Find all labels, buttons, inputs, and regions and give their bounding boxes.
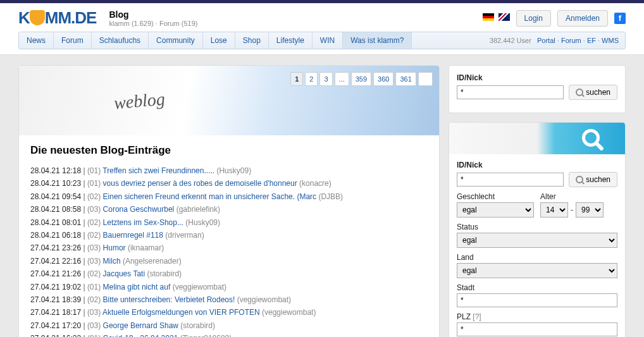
nav-item-community[interactable]: Community (149, 32, 203, 49)
entry-title-link[interactable]: Bauernregel #118 (103, 231, 163, 240)
user-count: 382.442 User (490, 37, 531, 44)
entry-count: (03) (87, 321, 101, 330)
entry-author: (veggiewombat) (237, 295, 291, 304)
entry-count: (03) (87, 243, 101, 252)
entry-author: (veggiewombat) (173, 283, 226, 291)
nav-link-forum[interactable]: Forum (561, 37, 581, 44)
entry-count: (01) (87, 166, 101, 175)
entry-timestamp: 27.04.21 18:39 (30, 295, 81, 304)
page-1[interactable]: 1 (290, 72, 303, 86)
entry-author: (veggiewombat) (262, 308, 316, 317)
idnick-input[interactable] (457, 85, 564, 99)
entry-author: (iknaamar) (128, 243, 164, 252)
entry-timestamp: 27.04.21 22:16 (30, 257, 81, 266)
entry-title-link[interactable]: Jacques Tati (103, 269, 146, 278)
entry-title-link[interactable]: Humor (103, 243, 126, 252)
city-input[interactable] (457, 293, 617, 307)
search-button[interactable]: suchen (569, 85, 617, 100)
site-logo[interactable]: KMM.DE (18, 8, 96, 28)
blog-entry: 27.04.21 17:20 | (03) George Bernard Sha… (30, 319, 428, 332)
blog-entry: 28.04.21 08:01 | (02) Letztens im Sex-Sh… (30, 216, 428, 229)
entry-count: (01) (87, 334, 101, 337)
entry-count: (01) (87, 179, 101, 188)
entry-timestamp: 28.04.21 06:18 (30, 231, 81, 240)
gender-select[interactable]: egal (457, 202, 534, 218)
page-title: Blog (109, 9, 197, 20)
quick-search-box: ID/Nick suchen (449, 65, 626, 113)
plz-input[interactable] (457, 322, 617, 336)
page-...: ... (335, 72, 349, 86)
blog-entry: 28.04.21 12:18 | (01) Treffen sich zwei … (30, 164, 428, 177)
blog-entry: 27.04.21 21:26 | (02) Jacques Tati (stor… (30, 267, 428, 280)
page-next[interactable] (418, 72, 433, 86)
entry-timestamp: 28.04.21 12:18 (30, 166, 81, 175)
flag-en-icon[interactable] (498, 13, 510, 21)
entry-title-link[interactable]: Bitte unterschreiben: Verbietet Rodeos! (103, 295, 235, 304)
search2-button[interactable]: suchen (569, 172, 617, 187)
nav-item-forum[interactable]: Forum (54, 32, 92, 49)
blog-entry: 27.04.21 23:26 | (03) Humor (iknaamar) (30, 242, 428, 254)
nav-link-ef[interactable]: EF (587, 37, 596, 44)
blog-banner: weblog 123...359360361 (19, 66, 439, 135)
nav-link-portal[interactable]: Portal (537, 37, 555, 44)
blog-entry: 27.04.21 18:39 | (02) Bitte unterschreib… (30, 293, 428, 306)
nav-item-news[interactable]: News (19, 32, 54, 49)
login-button[interactable]: Login (516, 10, 551, 27)
page-359[interactable]: 359 (351, 72, 371, 86)
entry-title-link[interactable]: Treffen sich zwei Freundinnen..... (102, 166, 214, 175)
entry-author: (konacre) (299, 179, 331, 188)
entry-title-link[interactable]: Aktuelle Erfolgsmeldungen von VIER PFOTE… (102, 308, 260, 317)
subsite-link[interactable]: klamm (109, 20, 129, 27)
age-from-select[interactable]: 14 (540, 202, 568, 218)
plz-label: PLZ (457, 312, 471, 321)
entry-title-link[interactable]: Covid-19 - 26.04.2021 (103, 334, 178, 337)
entry-author: (driverman) (165, 231, 204, 240)
nav-item-lose[interactable]: Lose (203, 32, 235, 49)
search-icon (582, 129, 600, 147)
entry-title-link[interactable]: vous devriez penser à des robes de demoi… (103, 179, 297, 188)
gender-label: Geschlecht (457, 192, 534, 201)
entry-count: (03) (87, 205, 101, 214)
age-to-select[interactable]: 99 (576, 202, 604, 218)
entry-title-link[interactable]: Milch (103, 257, 121, 266)
nav-item-schlaufuchs[interactable]: Schlaufuchs (92, 32, 149, 49)
status-label: Status (457, 223, 617, 231)
page-360[interactable]: 360 (373, 72, 393, 86)
blog-entry: 28.04.21 06:18 | (02) Bauernregel #118 (… (30, 229, 428, 242)
entry-title-link[interactable]: Corona Geschwurbel (103, 205, 175, 214)
page-3[interactable]: 3 (319, 72, 332, 86)
entry-timestamp: 28.04.21 09:54 (30, 192, 81, 201)
entry-timestamp: 27.04.21 18:17 (30, 308, 81, 317)
facebook-icon[interactable]: f (614, 13, 626, 24)
search-banner (449, 123, 625, 154)
country-select[interactable]: egal (457, 263, 617, 278)
idnick2-label: ID/Nick (457, 161, 617, 169)
status-select[interactable]: egal (457, 233, 617, 248)
entry-author: (Angelserenader) (123, 257, 182, 266)
subforum-link[interactable]: Forum (159, 20, 180, 27)
nav-link-wms[interactable]: WMS (602, 37, 619, 44)
nav-item-was-ist-klamm?[interactable]: Was ist klamm? (343, 32, 412, 49)
signup-button[interactable]: Anmelden (557, 10, 608, 27)
idnick2-input[interactable] (457, 173, 564, 187)
search-icon (576, 89, 583, 96)
nav-item-lifestyle[interactable]: Lifestyle (269, 32, 313, 49)
page-subtitle: klamm (1.629) · Forum (519) (109, 20, 197, 27)
page-2[interactable]: 2 (305, 72, 318, 86)
entry-timestamp: 27.04.21 23:26 (30, 243, 81, 252)
blog-entry: 27.04.21 16:22 | (01) Covid-19 - 26.04.2… (30, 332, 428, 337)
nav-item-shop[interactable]: Shop (235, 32, 269, 49)
nav-item-win[interactable]: WIN (313, 32, 343, 49)
entry-title-link[interactable]: George Bernard Shaw (103, 321, 178, 330)
search-icon (576, 176, 583, 183)
entry-count: (03) (87, 257, 101, 266)
entry-title-link[interactable]: Letztens im Sex-Shop... (103, 218, 183, 227)
entry-timestamp: 28.04.21 08:01 (30, 218, 81, 227)
entry-title-link[interactable]: Melina gibt nicht auf (103, 283, 171, 291)
plz-hint: [?] (473, 312, 481, 321)
page-361[interactable]: 361 (395, 72, 416, 86)
flag-de-icon[interactable] (483, 13, 494, 21)
entry-timestamp: 27.04.21 16:22 (30, 334, 81, 337)
entry-count: (02) (87, 269, 101, 278)
entry-title-link[interactable]: Einen sicheren Freund erkennt man in uns… (103, 192, 317, 201)
